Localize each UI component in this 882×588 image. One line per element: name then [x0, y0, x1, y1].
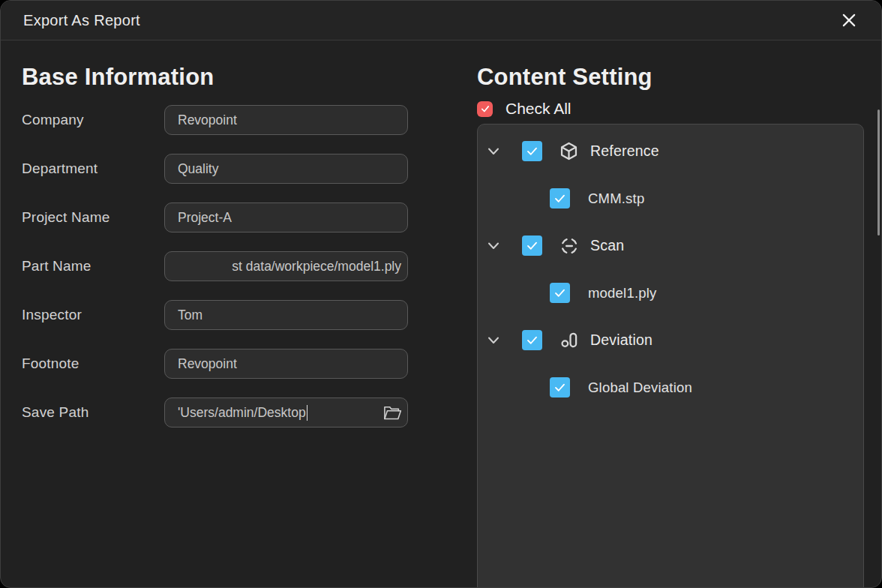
- form-row-part-name: Part Name st data/workpiece/model1.ply: [22, 251, 442, 281]
- tree-row-cmm-stp[interactable]: CMM.stp: [478, 175, 863, 222]
- cmm-stp-checkbox[interactable]: [550, 188, 570, 208]
- save-path-input[interactable]: 'Users/admin/Desktop: [164, 398, 408, 428]
- base-information-section: Base Information Company Revopoint Depar…: [22, 64, 442, 446]
- check-icon: [526, 239, 538, 252]
- dialog-titlebar: Export As Report: [1, 1, 881, 40]
- base-information-heading: Base Information: [22, 64, 442, 91]
- form-row-department: Department Quality: [22, 154, 442, 184]
- tree-label: model1.ply: [588, 285, 656, 302]
- check-icon: [554, 286, 566, 299]
- tree-label: Global Deviation: [588, 380, 692, 396]
- model1-ply-checkbox[interactable]: [550, 283, 570, 303]
- project-name-input[interactable]: Project-A: [164, 202, 408, 232]
- form-row-inspector: Inspector Tom: [22, 300, 442, 330]
- inspector-input[interactable]: Tom: [164, 300, 408, 330]
- tree-label: CMM.stp: [588, 190, 644, 207]
- check-icon: [554, 381, 566, 394]
- project-name-label: Project Name: [22, 209, 164, 226]
- chevron-down-icon[interactable]: [485, 143, 502, 160]
- tree-row-global-deviation[interactable]: Global Deviation: [478, 364, 863, 411]
- content-setting-heading: Content Setting: [477, 64, 864, 91]
- chevron-down-icon[interactable]: [485, 332, 502, 349]
- form-row-footnote: Footnote Revopoint: [22, 349, 442, 379]
- close-button[interactable]: [839, 10, 859, 30]
- global-deviation-checkbox[interactable]: [550, 377, 570, 398]
- tree-label: Reference: [590, 142, 659, 160]
- tree-row-deviation[interactable]: Deviation: [478, 316, 863, 364]
- form-row-company: Company Revopoint: [22, 105, 442, 135]
- company-input[interactable]: Revopoint: [164, 105, 408, 135]
- part-name-input[interactable]: st data/workpiece/model1.ply: [164, 251, 408, 281]
- folder-open-icon: [383, 405, 402, 421]
- text-cursor: [307, 405, 308, 421]
- scan-checkbox[interactable]: [522, 236, 542, 256]
- check-all-row[interactable]: Check All: [477, 100, 864, 117]
- department-label: Department: [22, 160, 164, 177]
- check-all-label: Check All: [506, 100, 572, 118]
- deviation-bars-icon: [559, 330, 579, 350]
- department-input[interactable]: Quality: [164, 154, 408, 184]
- reference-checkbox[interactable]: [522, 141, 542, 161]
- footnote-input[interactable]: Revopoint: [164, 349, 408, 379]
- footnote-label: Footnote: [22, 356, 164, 372]
- check-all-checkbox[interactable]: [477, 101, 493, 117]
- scan-frame-icon: [559, 236, 579, 256]
- tree-row-scan[interactable]: Scan: [478, 222, 863, 269]
- form-row-project-name: Project Name Project-A: [22, 202, 442, 232]
- check-icon: [554, 192, 566, 205]
- tree-row-model1-ply[interactable]: model1.ply: [478, 269, 863, 316]
- company-label: Company: [22, 112, 164, 128]
- deviation-checkbox[interactable]: [522, 330, 542, 350]
- tree-label: Scan: [590, 237, 624, 254]
- chevron-down-icon[interactable]: [485, 238, 502, 254]
- save-path-label: Save Path: [22, 404, 164, 421]
- content-tree-panel: Reference CMM.stp: [477, 124, 864, 588]
- check-icon: [526, 334, 538, 346]
- form-row-save-path: Save Path 'Users/admin/Desktop: [22, 398, 442, 428]
- check-icon: [526, 145, 538, 158]
- browse-folder-button[interactable]: [383, 405, 402, 421]
- part-name-label: Part Name: [22, 258, 164, 274]
- check-icon: [480, 104, 490, 114]
- base-information-fields: Company Revopoint Department Quality Pro…: [22, 105, 442, 428]
- scrollbar[interactable]: [878, 110, 880, 236]
- dialog-title: Export As Report: [23, 12, 140, 29]
- inspector-label: Inspector: [22, 307, 164, 323]
- export-report-dialog: Export As Report Base Information Compan…: [0, 0, 882, 588]
- cube-icon: [559, 141, 579, 161]
- content-setting-section: Content Setting Check All: [477, 64, 864, 588]
- tree-label: Deviation: [590, 332, 652, 349]
- close-icon: [841, 12, 857, 28]
- tree-row-reference[interactable]: Reference: [478, 128, 863, 175]
